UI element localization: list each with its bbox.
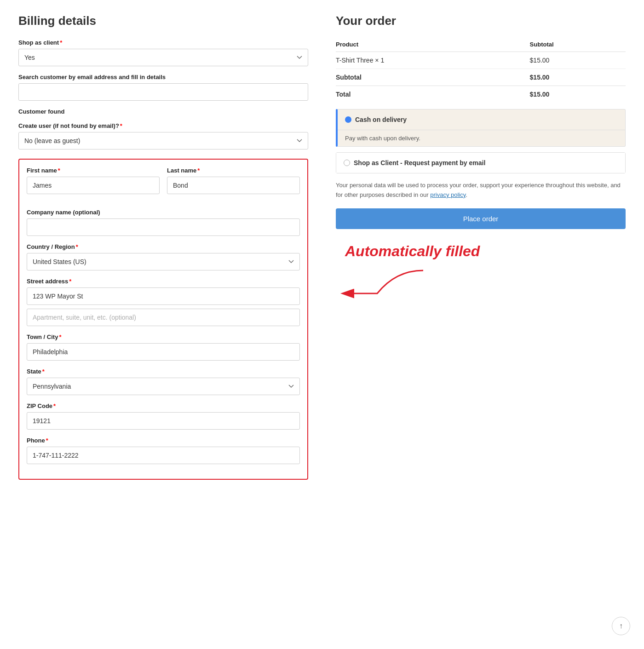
product-col-header: Product xyxy=(336,37,530,52)
zip-input[interactable] xyxy=(27,412,300,430)
last-name-label: Last name* xyxy=(167,167,300,174)
phone-label: Phone* xyxy=(27,437,300,444)
required-star-4: * xyxy=(197,167,200,174)
cash-on-delivery-desc: Pay with cash upon delivery. xyxy=(338,130,626,147)
shop-as-client-group: Shop as client* Yes xyxy=(18,39,308,66)
street-group: Street address* xyxy=(27,278,300,326)
phone-input[interactable] xyxy=(27,447,300,464)
search-customer-input[interactable] xyxy=(18,83,308,101)
required-star-8: * xyxy=(42,368,45,375)
shop-as-client-option: Shop as Client - Request payment by emai… xyxy=(336,152,626,173)
cash-on-delivery-header[interactable]: Cash on delivery xyxy=(338,109,626,130)
subtotal-label-cell: Subtotal xyxy=(336,69,530,86)
street-input[interactable] xyxy=(27,287,300,305)
state-select[interactable]: Pennsylvania xyxy=(27,378,300,395)
create-user-group: Create user (if not found by email)?* No… xyxy=(18,122,308,149)
required-star-9: * xyxy=(53,402,56,409)
search-customer-group: Search customer by email address and fil… xyxy=(18,74,308,101)
cash-on-delivery-option: Cash on delivery Pay with cash upon deli… xyxy=(336,109,626,147)
shop-as-client-header[interactable]: Shop as Client - Request payment by emai… xyxy=(336,153,625,173)
shop-radio-empty xyxy=(344,160,350,166)
country-label: Country / Region* xyxy=(27,243,300,250)
company-group: Company name (optional) xyxy=(27,209,300,236)
zip-label: ZIP Code* xyxy=(27,402,300,409)
create-user-select[interactable]: No (leave as guest) xyxy=(18,132,308,149)
billing-title: Billing details xyxy=(18,14,308,28)
required-star-3: * xyxy=(58,167,60,174)
item-price-cell: $15.00 xyxy=(530,52,626,69)
apt-input[interactable] xyxy=(27,309,300,326)
item-name-cell: T-Shirt Three × 1 xyxy=(336,52,530,69)
shop-as-client-select[interactable]: Yes xyxy=(18,49,308,66)
last-name-group: Last name* xyxy=(167,167,300,194)
arrow-icon xyxy=(340,266,432,303)
customer-found-group: Customer found xyxy=(18,108,308,115)
shop-as-client-label: Shop as Client - Request payment by emai… xyxy=(354,159,485,167)
required-star-2: * xyxy=(120,122,122,129)
zip-group: ZIP Code* xyxy=(27,402,300,430)
create-user-label: Create user (if not found by email)?* xyxy=(18,122,308,129)
required-star-10: * xyxy=(46,437,48,444)
city-label: Town / City* xyxy=(27,333,300,340)
required-star-5: * xyxy=(76,243,78,250)
cash-radio-dot xyxy=(345,116,351,123)
required-star-7: * xyxy=(59,333,61,340)
order-table: Product Subtotal T-Shirt Three × 1 $15.0… xyxy=(336,37,626,103)
customer-found-label: Customer found xyxy=(18,108,308,115)
total-row: Total $15.00 xyxy=(336,86,626,103)
city-group: Town / City* xyxy=(27,333,300,361)
subtotal-value-cell: $15.00 xyxy=(530,69,626,86)
subtotal-row: Subtotal $15.00 xyxy=(336,69,626,86)
street-label: Street address* xyxy=(27,278,300,285)
cash-on-delivery-container: Cash on delivery Pay with cash upon deli… xyxy=(338,109,626,147)
auto-fill-section: First name* Last name* Company name (opt… xyxy=(18,159,308,480)
table-row: T-Shirt Three × 1 $15.00 xyxy=(336,52,626,69)
state-label: State* xyxy=(27,368,300,375)
shop-as-client-label: Shop as client* xyxy=(18,39,308,46)
country-group: Country / Region* United States (US) xyxy=(27,243,300,270)
table-header-row: Product Subtotal xyxy=(336,37,626,52)
name-row: First name* Last name* xyxy=(27,167,300,201)
auto-filled-label: Automatically filled xyxy=(345,243,480,260)
search-customer-label: Search customer by email address and fil… xyxy=(18,74,308,80)
privacy-text: Your personal data will be used to proce… xyxy=(336,181,626,200)
city-input[interactable] xyxy=(27,343,300,361)
first-name-label: First name* xyxy=(27,167,160,174)
annotation-area: Automatically filled xyxy=(336,243,626,298)
required-star-6: * xyxy=(69,278,71,285)
first-name-group: First name* xyxy=(27,167,160,194)
order-section: Your order Product Subtotal T-Shirt Thre… xyxy=(336,14,626,480)
company-input[interactable] xyxy=(27,218,300,236)
country-select[interactable]: United States (US) xyxy=(27,253,300,270)
first-name-input[interactable] xyxy=(27,177,160,194)
total-value-cell: $15.00 xyxy=(530,86,626,103)
subtotal-col-header: Subtotal xyxy=(530,37,626,52)
place-order-button[interactable]: Place order xyxy=(336,208,626,229)
billing-section: Billing details Shop as client* Yes Sear… xyxy=(18,14,308,480)
state-group: State* Pennsylvania xyxy=(27,368,300,395)
last-name-input[interactable] xyxy=(167,177,300,194)
phone-group: Phone* xyxy=(27,437,300,464)
cash-on-delivery-label: Cash on delivery xyxy=(355,116,407,123)
company-label: Company name (optional) xyxy=(27,209,300,216)
total-label-cell: Total xyxy=(336,86,530,103)
privacy-policy-link[interactable]: privacy policy xyxy=(430,191,466,198)
required-star: * xyxy=(60,39,62,46)
order-title: Your order xyxy=(336,14,626,28)
